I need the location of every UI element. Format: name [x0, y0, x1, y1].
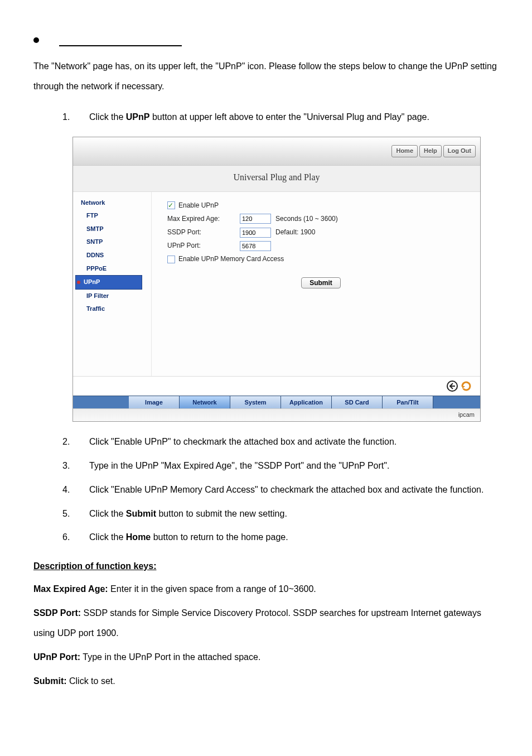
enable-upnp-checkbox[interactable]: [167, 201, 175, 209]
step-text: Click the Submit button to submit the ne…: [89, 504, 499, 524]
desc-line-upnp: UPnP Port: Type in the UPnP Port in the …: [33, 647, 499, 668]
steps-list: 1. Click the UPnP button at upper left a…: [33, 107, 499, 128]
logout-button[interactable]: Log Out: [443, 145, 476, 157]
step-text: Type in the UPnP "Max Expired Age", the …: [89, 456, 499, 476]
sidebar-item-sntp[interactable]: SNTP: [73, 235, 151, 249]
heading-row: [33, 31, 499, 46]
tab-pantilt[interactable]: Pan/Tilt: [383, 396, 433, 408]
tab-sdcard[interactable]: SD Card: [332, 396, 383, 408]
desc-line-max: Max Expired Age: Enter it in the given s…: [33, 579, 499, 600]
heading-underline: [59, 31, 182, 46]
back-arrow-icon[interactable]: [446, 380, 458, 392]
refresh-icon[interactable]: [460, 380, 472, 392]
step-post: button to submit the new setting.: [156, 509, 287, 518]
tab-application[interactable]: Application: [281, 396, 332, 408]
desc-key: UPnP Port:: [33, 652, 80, 662]
help-button[interactable]: Help: [419, 145, 442, 157]
step-number: 1.: [62, 107, 89, 128]
intro-paragraph: The "Network" page has, on its upper lef…: [33, 56, 499, 98]
sidebar-item-upnp[interactable]: UPnP: [75, 275, 142, 290]
ssdp-port-hint: Default: 1900: [275, 227, 315, 238]
desc-val: Type in the UPnP Port in the attached sp…: [80, 652, 260, 662]
sidebar-item-ddns[interactable]: DDNS: [73, 249, 151, 262]
sidebar-item-traffic[interactable]: Traffic: [73, 302, 151, 316]
tab-system[interactable]: System: [230, 396, 281, 408]
tab-network[interactable]: Network: [180, 396, 230, 408]
desc-key: Submit:: [33, 676, 67, 686]
step-number: 6.: [62, 527, 89, 548]
bottom-tabs: Image Network System Application SD Card…: [73, 396, 480, 408]
step-pre: Click the: [89, 532, 126, 542]
sidebar-item-ftp[interactable]: FTP: [73, 209, 151, 223]
step-text: Click the Home button to return to the h…: [89, 527, 499, 548]
tab-image[interactable]: Image: [129, 396, 180, 408]
steps-list-2: 2. Click "Enable UPnP" to checkmark the …: [33, 432, 499, 548]
upnp-port-label: UPnP Port:: [167, 240, 240, 251]
desc-val: Enter it in the given space from a range…: [108, 584, 316, 594]
desc-key: SSDP Port:: [33, 608, 81, 618]
step-bold: UPnP: [126, 112, 150, 122]
sidebar-item-ipfilter[interactable]: IP Filter: [73, 290, 151, 303]
embedded-screenshot: Home Help Log Out Universal Plug and Pla…: [72, 137, 481, 422]
step-post: button at upper left above to enter the …: [149, 112, 429, 122]
sidebar: Network FTP SMTP SNTP DDNS PPPoE UPnP IP…: [73, 192, 152, 376]
desc-key: Max Expired Age:: [33, 584, 108, 594]
step-number: 2.: [62, 432, 89, 452]
step-number: 5.: [62, 504, 89, 524]
form-content: Enable UPnP Max Expired Age: Seconds (10…: [152, 192, 480, 376]
desc-val: Click to set.: [67, 676, 115, 686]
step-pre: Click the: [89, 112, 126, 122]
top-button-bar: Home Help Log Out: [73, 137, 480, 165]
max-age-label: Max Expired Age:: [167, 214, 240, 224]
step-number: 3.: [62, 456, 89, 476]
sidebar-item-network[interactable]: Network: [73, 196, 151, 210]
step-bold: Submit: [126, 509, 156, 518]
enable-memcard-checkbox[interactable]: [167, 256, 175, 263]
enable-upnp-label: Enable UPnP: [178, 200, 219, 211]
submit-button[interactable]: Submit: [301, 277, 341, 288]
desc-line-submit: Submit: Click to set.: [33, 671, 499, 692]
description-heading: Description of function keys:: [33, 559, 499, 574]
step-post: button to return to the home page.: [151, 532, 288, 542]
enable-memcard-label: Enable UPnP Memory Card Access: [178, 254, 284, 264]
home-button[interactable]: Home: [391, 145, 418, 157]
upnp-port-input[interactable]: [240, 241, 271, 251]
step-number: 4.: [62, 480, 89, 500]
max-age-hint: Seconds (10 ~ 3600): [275, 214, 338, 224]
ssdp-port-input[interactable]: [240, 228, 271, 238]
desc-val: SSDP stands for Simple Service Discovery…: [33, 608, 481, 638]
desc-line-ssdp: SSDP Port: SSDP stands for Simple Servic…: [33, 603, 499, 644]
page-title: Universal Plug and Play: [73, 165, 480, 192]
ssdp-port-label: SSDP Port:: [167, 227, 240, 238]
max-age-input[interactable]: [240, 214, 271, 224]
sidebar-item-pppoe[interactable]: PPPoE: [73, 262, 151, 276]
step-bold: Home: [126, 532, 151, 542]
brand-footer: ipcam: [73, 408, 480, 422]
step-text: Click the UPnP button at upper left abov…: [89, 107, 499, 128]
icon-bar: [73, 376, 480, 396]
step-text: Click "Enable UPnP" to checkmark the att…: [89, 432, 499, 452]
step-pre: Click the: [89, 509, 126, 518]
step-text: Click "Enable UPnP Memory Card Access" t…: [89, 480, 499, 500]
bullet-icon: [33, 37, 39, 43]
sidebar-item-smtp[interactable]: SMTP: [73, 223, 151, 236]
